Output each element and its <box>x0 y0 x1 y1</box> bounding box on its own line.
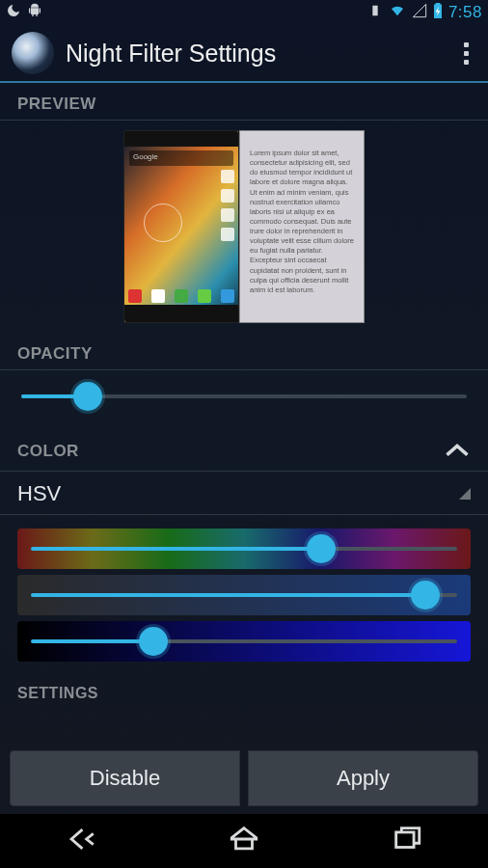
android-icon <box>27 3 42 22</box>
wifi-icon <box>389 3 406 22</box>
section-header-opacity: OPACITY <box>0 333 488 370</box>
opacity-slider[interactable] <box>21 384 467 409</box>
hue-slider[interactable] <box>17 529 471 569</box>
overflow-menu-button[interactable] <box>456 35 476 72</box>
action-bar: Night Filter Settings <box>0 25 488 83</box>
navigation-bar <box>0 814 488 868</box>
spinner-triangle-icon <box>459 488 471 500</box>
preview-text: Lorem ipsum dolor sit amet, consectetur … <box>239 130 365 323</box>
section-header-color[interactable]: COLOR <box>0 426 488 472</box>
disable-button[interactable]: Disable <box>10 750 240 806</box>
preview-area: Google Lorem ipsum dolor sit amet, conse… <box>0 121 488 333</box>
section-label: COLOR <box>17 442 79 461</box>
apply-button[interactable]: Apply <box>248 750 478 806</box>
chevron-up-icon <box>444 438 471 465</box>
value-slider[interactable] <box>17 621 471 662</box>
preview-search-widget: Google <box>129 150 233 166</box>
section-header-preview: PREVIEW <box>0 83 488 121</box>
section-label: PREVIEW <box>17 95 96 114</box>
back-button[interactable] <box>65 823 97 859</box>
vibrate-icon <box>367 3 383 22</box>
battery-icon <box>433 3 443 22</box>
preview-phone: Google <box>123 130 239 323</box>
color-mode-spinner[interactable]: HSV <box>0 472 488 515</box>
svg-rect-0 <box>395 832 413 848</box>
moon-icon <box>6 3 21 22</box>
app-icon <box>12 32 54 74</box>
section-label: OPACITY <box>17 344 93 364</box>
page-title: Night Filter Settings <box>66 40 276 68</box>
saturation-slider[interactable] <box>17 575 471 615</box>
status-clock: 7:58 <box>448 3 482 22</box>
recents-button[interactable] <box>391 823 423 859</box>
home-button[interactable] <box>228 823 260 859</box>
status-bar: 7:58 <box>0 0 488 25</box>
color-mode-value: HSV <box>17 481 61 506</box>
button-bar: Disable Apply <box>10 750 478 806</box>
section-header-settings[interactable]: SETTINGS <box>0 671 488 702</box>
signal-icon <box>412 3 427 22</box>
